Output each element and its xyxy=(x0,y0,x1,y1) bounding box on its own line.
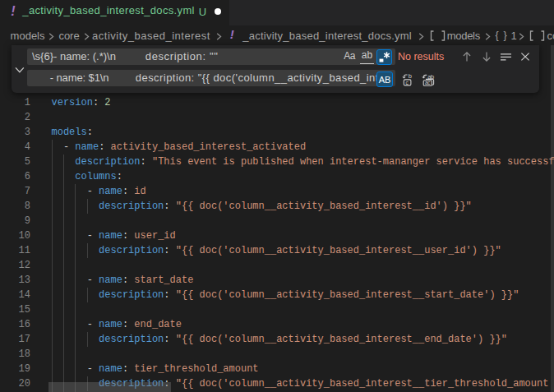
svg-text:b: b xyxy=(408,73,411,80)
svg-text:ab: ab xyxy=(427,73,434,81)
svg-text:c: c xyxy=(405,79,409,85)
